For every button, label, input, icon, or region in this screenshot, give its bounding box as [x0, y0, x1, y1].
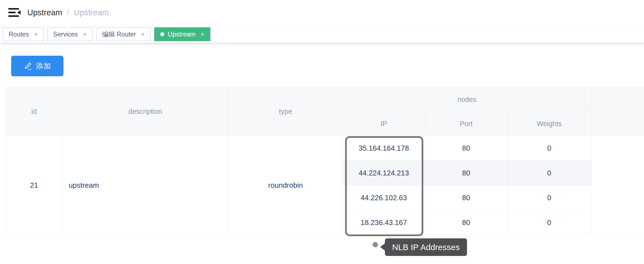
cell-node-weight: 0 [507, 210, 591, 235]
top-bar: Upstream / Upstream [0, 0, 644, 25]
cell-node-ip: 18.236.43.167 [343, 210, 425, 235]
cell-node-ip: 35.164.164.178 [343, 136, 425, 161]
tab-label: Upstream [168, 31, 196, 38]
tab-edit-router[interactable]: 编辑 Router × [96, 27, 151, 41]
edit-pencil-icon [24, 62, 32, 70]
add-button[interactable]: 添加 [11, 56, 63, 76]
breadcrumb-current: Upstream [74, 8, 109, 17]
tab-label: 编辑 Router [102, 30, 136, 39]
active-tab-dot-icon [160, 32, 164, 36]
tab-services[interactable]: Services × [47, 27, 93, 41]
close-icon[interactable]: × [34, 31, 38, 38]
cell-node-weight: 0 [507, 136, 591, 161]
cell-extra [591, 136, 644, 235]
cell-node-ip: 44.224.124.213 [343, 161, 425, 185]
col-header-ip: IP [343, 112, 425, 136]
col-header-nodes: nodes [343, 87, 591, 112]
cell-description: upstream [62, 136, 229, 235]
col-header-description: description [62, 87, 229, 136]
breadcrumb-item-upstream[interactable]: Upstream [27, 8, 62, 17]
cell-type: roundrobin [229, 136, 343, 235]
cell-node-port: 80 [425, 185, 507, 210]
menu-fold-icon[interactable] [8, 7, 21, 18]
cell-node-weight: 0 [507, 161, 591, 185]
annotation-tooltip: NLB IP Addresses [385, 238, 467, 256]
upstream-table: id description type nodes IP Port Weight… [6, 87, 644, 235]
col-header-id: id [6, 87, 62, 136]
breadcrumb-separator: / [67, 8, 69, 17]
tab-label: Routes [9, 31, 29, 38]
annotation-dot-icon [373, 242, 378, 247]
col-header-weights: Weights [507, 112, 591, 136]
breadcrumb: Upstream / Upstream [27, 8, 109, 17]
col-header-port: Port [425, 112, 507, 136]
close-icon[interactable]: × [201, 31, 204, 38]
cell-id: 21 [6, 136, 62, 235]
close-icon[interactable]: × [141, 31, 144, 38]
col-header-type: type [229, 87, 343, 136]
add-button-label: 添加 [36, 61, 51, 71]
cell-node-ip: 44.226.102.63 [343, 185, 425, 210]
cell-node-port: 80 [425, 161, 507, 185]
tab-label: Services [53, 31, 78, 38]
col-header-extra [591, 87, 644, 136]
tab-upstream-active[interactable]: Upstream × [154, 27, 210, 41]
annotation-tooltip-label: NLB IP Addresses [392, 243, 460, 252]
cell-node-weight: 0 [507, 185, 591, 210]
cell-node-port: 80 [425, 210, 507, 235]
close-icon[interactable]: × [83, 31, 87, 38]
cell-node-port: 80 [425, 136, 507, 161]
tab-routes[interactable]: Routes × [3, 27, 44, 41]
tab-bar: Routes × Services × 编辑 Router × Upstream… [0, 26, 644, 43]
